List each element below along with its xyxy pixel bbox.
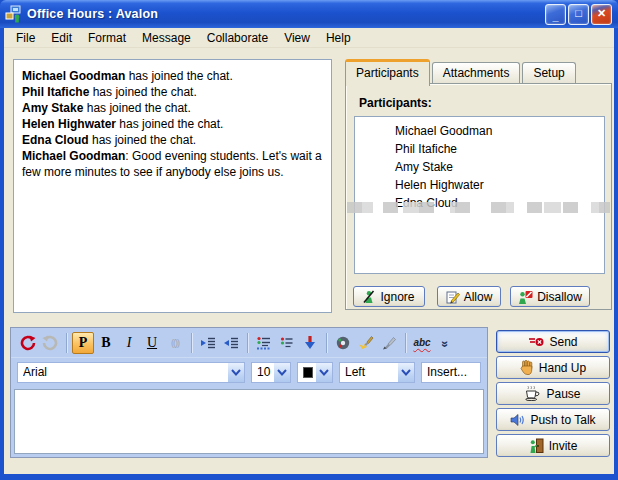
italic-label: I xyxy=(127,336,132,350)
chat-message: Michael Goodman has joined the chat. xyxy=(22,68,323,84)
app-window: Office Hours : Avalon _ □ ✕ File Edit Fo… xyxy=(0,0,618,480)
hand-icon xyxy=(520,360,534,375)
chevron-down-icon xyxy=(398,363,414,382)
alignment-value: Left xyxy=(345,365,398,379)
bold-button[interactable]: B xyxy=(95,332,117,354)
compose-input[interactable] xyxy=(14,389,484,454)
allow-note-icon xyxy=(446,290,460,304)
menu-format[interactable]: Format xyxy=(80,29,134,47)
disallow-label: Disallow xyxy=(537,290,582,304)
invite-label: Invite xyxy=(549,439,578,453)
speaker-icon xyxy=(510,413,525,427)
chevron-more-icon: » xyxy=(438,340,452,345)
insert-whiteboard-item-button[interactable] xyxy=(253,332,275,354)
list-items-icon xyxy=(279,335,295,351)
participant-item[interactable]: Amy Stake xyxy=(355,158,604,176)
window-title: Office Hours : Avalon xyxy=(27,7,545,21)
maximize-button[interactable]: □ xyxy=(568,4,589,25)
participant-item[interactable]: Edna Cloud xyxy=(355,194,604,212)
minimize-icon: _ xyxy=(552,11,558,22)
menu-file[interactable]: File xyxy=(8,29,43,47)
app-icon xyxy=(5,5,23,23)
participants-label: Participants: xyxy=(359,96,432,110)
action-buttons: Send Hand Up xyxy=(496,330,610,457)
participant-list[interactable]: Michael Goodman Phil Itafiche Amy Stake … xyxy=(354,116,605,274)
push-to-talk-button[interactable]: Push to Talk xyxy=(496,408,610,431)
menu-view[interactable]: View xyxy=(276,29,318,47)
chevron-down-icon xyxy=(274,363,290,382)
paragraph-style-button[interactable]: P xyxy=(72,332,94,354)
undo-icon xyxy=(19,334,36,351)
pointer-pen-icon xyxy=(381,335,397,351)
font-family-select[interactable]: Arial xyxy=(17,362,245,383)
color-swatch xyxy=(303,367,313,378)
move-down-button[interactable] xyxy=(299,332,321,354)
menu-edit[interactable]: Edit xyxy=(43,29,80,47)
maximize-icon: □ xyxy=(575,8,582,19)
insert-value: Insert... xyxy=(427,365,480,379)
highlight-pen-icon xyxy=(358,335,374,351)
participant-item[interactable]: Helen Highwater xyxy=(355,176,604,194)
participants-panel: Participants: Michael Goodman Phil Itafi… xyxy=(345,83,612,310)
teletype-label: (()) xyxy=(171,338,179,348)
participant-item[interactable]: Phil Itafiche xyxy=(355,140,604,158)
color-wheel-icon xyxy=(335,335,351,351)
italic-button[interactable]: I xyxy=(118,332,140,354)
close-icon: ✕ xyxy=(597,8,606,19)
menu-help[interactable]: Help xyxy=(318,29,359,47)
minimize-button[interactable]: _ xyxy=(545,4,566,25)
ignore-button[interactable]: Ignore xyxy=(353,286,425,307)
hand-up-button[interactable]: Hand Up xyxy=(496,356,610,379)
spellcheck-button[interactable]: abc xyxy=(411,332,433,354)
arrow-down-icon xyxy=(302,335,318,351)
close-button[interactable]: ✕ xyxy=(591,4,612,25)
ignore-label: Ignore xyxy=(380,290,414,304)
send-label: Send xyxy=(549,335,577,349)
alignment-select[interactable]: Left xyxy=(339,362,415,383)
invite-button[interactable]: Invite xyxy=(496,434,610,457)
menu-message[interactable]: Message xyxy=(134,29,199,47)
outdent-button[interactable] xyxy=(220,332,242,354)
teletype-button[interactable]: (()) xyxy=(164,332,186,354)
font-color-select[interactable] xyxy=(297,362,333,383)
underline-label: U xyxy=(147,336,157,350)
menu-collaborate[interactable]: Collaborate xyxy=(199,29,276,47)
tab-participants[interactable]: Participants xyxy=(345,59,430,86)
font-size-select[interactable]: 10 xyxy=(251,362,291,383)
participant-item[interactable]: Michael Goodman xyxy=(355,122,604,140)
highlight-pen-button[interactable] xyxy=(355,332,377,354)
paragraph-label: P xyxy=(79,336,88,350)
tab-setup[interactable]: Setup xyxy=(522,62,575,84)
underline-button[interactable]: U xyxy=(141,332,163,354)
indent-button[interactable] xyxy=(197,332,219,354)
indent-icon xyxy=(200,335,216,351)
font-size-value: 10 xyxy=(257,365,274,379)
toolbar-separator xyxy=(326,333,327,353)
more-options-button[interactable]: » xyxy=(434,332,456,354)
title-bar: Office Hours : Avalon _ □ ✕ xyxy=(0,0,618,28)
tab-strip: Participants Attachments Setup xyxy=(345,59,612,84)
tab-attachments[interactable]: Attachments xyxy=(432,62,521,84)
disallow-button[interactable]: Disallow xyxy=(510,286,590,307)
toolbar-separator xyxy=(66,333,67,353)
pause-label: Pause xyxy=(546,387,580,401)
send-button[interactable]: Send xyxy=(496,330,610,353)
chevron-down-icon xyxy=(228,363,244,382)
chevron-down-icon xyxy=(316,363,332,382)
menu-bar: File Edit Format Message Collaborate Vie… xyxy=(4,28,614,48)
redo-button[interactable] xyxy=(39,332,61,354)
undo-button[interactable] xyxy=(16,332,38,354)
allow-button[interactable]: Allow xyxy=(437,286,501,307)
send-icon xyxy=(528,335,544,349)
push-to-talk-label: Push to Talk xyxy=(530,413,595,427)
allow-label: Allow xyxy=(464,290,493,304)
list-items-button[interactable] xyxy=(276,332,298,354)
chat-transcript[interactable]: Michael Goodman has joined the chat. Phi… xyxy=(13,59,332,313)
insert-select[interactable]: Insert... xyxy=(421,362,481,383)
pointer-pen-button[interactable] xyxy=(378,332,400,354)
pause-button[interactable]: Pause xyxy=(496,382,610,405)
chat-message: Phil Itafiche has joined the chat. xyxy=(22,84,323,100)
spellcheck-icon: abc xyxy=(413,338,430,348)
color-wheel-button[interactable] xyxy=(332,332,354,354)
message-editor-panel: P B I U (()) xyxy=(10,327,488,458)
